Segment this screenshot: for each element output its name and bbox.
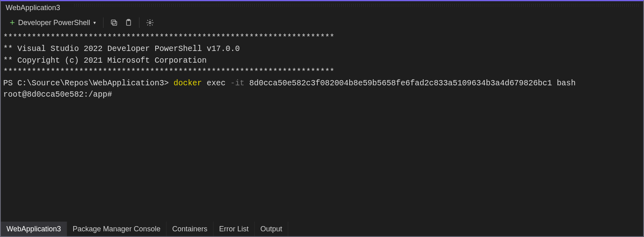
terminal-output[interactable]: ****************************************… — [1, 31, 643, 222]
copy-button[interactable] — [108, 16, 120, 29]
title-grip[interactable] — [74, 4, 639, 7]
svg-point-4 — [149, 22, 151, 24]
gear-icon — [146, 19, 154, 27]
tab-package-manager-console[interactable]: Package Manager Console — [67, 222, 167, 236]
title-bar[interactable]: WebApplication3 — [1, 1, 643, 14]
svg-rect-1 — [111, 20, 115, 24]
cmd-token: exec — [202, 79, 230, 88]
paste-button[interactable] — [122, 16, 135, 29]
tool-window: WebApplication3 + Developer PowerShell ▾ — [0, 0, 644, 237]
chevron-down-icon: ▾ — [93, 20, 96, 25]
tab-webapplication3[interactable]: WebApplication3 — [1, 222, 67, 236]
banner-line: ** Copyright (c) 2021 Microsoft Corporat… — [3, 56, 207, 65]
banner-line: ****************************************… — [3, 33, 334, 42]
new-shell-dropdown[interactable]: + Developer PowerShell ▾ — [6, 17, 99, 29]
banner-line: ****************************************… — [3, 68, 334, 76]
shell-label: Developer PowerShell — [18, 19, 90, 27]
clipboard-icon — [125, 19, 133, 27]
tab-containers[interactable]: Containers — [167, 222, 213, 236]
separator — [103, 17, 103, 28]
settings-button[interactable] — [144, 16, 156, 29]
cmd-flag: -it — [230, 79, 245, 88]
tab-output[interactable]: Output — [255, 222, 288, 236]
copy-icon — [110, 19, 118, 27]
separator — [139, 17, 139, 28]
banner-line: ** Visual Studio 2022 Developer PowerShe… — [3, 44, 240, 53]
ps-prompt: PS C:\Source\Repos\WebApplication3> — [3, 79, 173, 88]
tab-error-list[interactable]: Error List — [213, 222, 255, 236]
plus-icon: + — [10, 18, 15, 27]
window-title: WebApplication3 — [6, 4, 64, 12]
cmd-token: docker — [173, 79, 202, 88]
bottom-tab-strip: WebApplication3 Package Manager Console … — [1, 222, 643, 236]
cmd-token: 8d0cca50e582c3f082004b8e59b5658fe6fad2c8… — [245, 79, 576, 88]
svg-rect-0 — [113, 21, 117, 25]
toolbar: + Developer PowerShell ▾ — [1, 14, 643, 31]
container-prompt: root@8d0cca50e582:/app# — [3, 90, 112, 99]
